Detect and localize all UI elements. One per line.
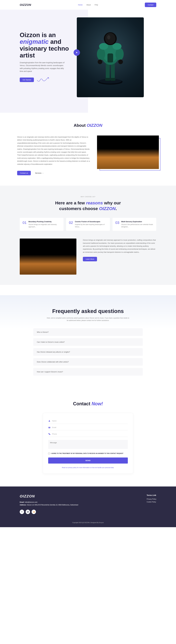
svg-point-21 [28, 512, 28, 512]
nav-links: Home About FAQ [78, 4, 98, 6]
about-image-frame [97, 136, 159, 169]
privacy-policy-link[interactable]: Privacy Policy [146, 498, 156, 500]
hero-description: Drawinginspiration from the awe-inspirin… [20, 61, 65, 73]
reason-body: Oizzon's live performances are celestial… [121, 223, 154, 228]
about-text: Oizzon is an enigmatic and visionary tec… [17, 136, 90, 166]
faq-title: Frequently asked questions [20, 308, 156, 314]
reason-heading: Cosmic Fusion of Soundscapes [75, 221, 107, 222]
svg-point-14 [112, 43, 122, 50]
play-icon [76, 52, 78, 54]
reason-number: 03 [115, 221, 119, 228]
faq-section: Frequently asked questions Here, we've c… [0, 295, 176, 391]
about-image [97, 136, 159, 169]
reasons-section: WHY CHOOSE US? Here are a few reasons wh… [0, 186, 176, 285]
contact-title: Contact Now! [17, 401, 159, 406]
faq-item[interactable]: Does Oizzon collaborate with other artis… [33, 358, 143, 366]
message-textarea[interactable] [48, 440, 128, 449]
top-nav: OIZZON Home About FAQ Contact [20, 0, 156, 10]
email-input[interactable] [52, 426, 128, 428]
user-icon [48, 420, 50, 422]
play-button[interactable] [74, 49, 80, 56]
social-icons: f [20, 510, 78, 514]
contact-form: I AGREE TO THE TREATMENT OF MY PERSONAL … [43, 413, 133, 474]
about-contact-button[interactable]: Contact us [17, 171, 31, 175]
nav-home[interactable]: Home [78, 4, 82, 6]
reason-card[interactable]: 02 Cosmic Fusion of Soundscapes Inspired… [66, 218, 110, 231]
svg-rect-5 [110, 78, 116, 81]
send-button[interactable]: SEND [48, 458, 128, 464]
consent-row[interactable]: I AGREE TO THE TREATMENT OF MY PERSONAL … [48, 452, 128, 454]
arrow-squiggle-icon [36, 76, 51, 83]
reason-body: Inspired by the awe-inspiring landscapes… [75, 223, 107, 228]
faq-item[interactable]: Has Oizzon released any albums or single… [33, 348, 143, 356]
svg-point-12 [118, 60, 123, 64]
phone-icon [48, 433, 50, 435]
footer-logo: OIZZON [20, 494, 78, 498]
reasons-lower-text: Oizzon brings an enigmatic and visionary… [83, 238, 156, 261]
svg-point-9 [97, 48, 105, 60]
svg-point-11 [98, 60, 102, 64]
privacy-note: Read our privacy policy for more informa… [48, 467, 128, 468]
astronaut-illustration [92, 28, 128, 87]
svg-rect-8 [108, 54, 113, 62]
phone-input[interactable] [52, 433, 128, 435]
hero-title: Oizzon is an enigmatic and visionary tec… [20, 32, 72, 59]
soundcloud-icon[interactable] [32, 510, 36, 514]
svg-point-18 [49, 420, 50, 421]
svg-point-10 [116, 48, 124, 60]
footer-links: Terms Link Privacy Policy Cookie Policy [146, 494, 156, 514]
reason-number: 02 [69, 221, 73, 228]
instagram-icon[interactable] [26, 510, 30, 514]
faq-item[interactable]: Who is Oizzon? [33, 328, 143, 336]
cookie-policy-link[interactable]: Cookie Policy [146, 501, 156, 503]
email-icon [48, 426, 50, 429]
footer-copyright: Copyright 2023 @ OIZZON | Designed By En… [20, 519, 156, 523]
services-link[interactable]: Services → [33, 171, 46, 175]
about-title: About OIZZON [17, 123, 159, 128]
hero-section: Oizzon is an enigmatic and visionary tec… [0, 10, 176, 113]
consent-label: I AGREE TO THE TREATMENT OF MY PERSONAL … [51, 453, 123, 454]
reason-number: 01 [22, 221, 26, 228]
facebook-icon[interactable]: f [20, 510, 24, 514]
reason-heading: Multi-Sensory Exploration [121, 221, 154, 222]
consent-checkbox[interactable] [48, 452, 50, 454]
contact-section: Contact Now! I AGREE TO THE TREATMENT OF… [17, 391, 159, 486]
brand-logo: OIZZON [20, 3, 31, 6]
footer-info: Email: hello@oizzon.com Address: Oizzon … [20, 501, 78, 506]
reasons-eyebrow: WHY CHOOSE US? [20, 196, 156, 198]
nav-contact-button[interactable]: Contact [145, 2, 156, 7]
learn-more-button[interactable]: Learn More [83, 257, 97, 261]
footer: OIZZON Email: hello@oizzon.com Address: … [0, 486, 176, 527]
faq-item[interactable]: How can I support Oizzon's music? [33, 368, 143, 376]
name-input[interactable] [52, 420, 128, 422]
svg-point-17 [107, 35, 110, 40]
svg-point-16 [105, 33, 116, 44]
about-section: About OIZZON Oizzon is an enigmatic and … [17, 113, 159, 186]
reason-body: Oizzon brings an enigmatic and visionary… [28, 223, 61, 228]
reason-heading: Boundary-Pushing Creativity [28, 221, 61, 222]
reasons-image [20, 238, 76, 274]
reasons-title: Here are a few reasons why our customers… [20, 200, 156, 211]
get-started-button[interactable]: Get Started [20, 78, 34, 82]
nav-about[interactable]: About [86, 4, 91, 6]
faq-item[interactable]: Can I listen to Oizzon's music online? [33, 338, 143, 346]
faq-subtitle: Here, we've compiled some commonly asked… [46, 317, 130, 322]
hero-image [77, 18, 144, 97]
reason-card[interactable]: 03 Multi-Sensory Exploration Oizzon's li… [112, 218, 156, 231]
svg-rect-4 [105, 78, 110, 81]
footer-links-title: Terms Link [146, 494, 156, 496]
nav-faq[interactable]: FAQ [94, 4, 98, 6]
svg-rect-3 [111, 62, 115, 79]
svg-point-13 [99, 43, 108, 50]
reason-cards: 01 Boundary-Pushing Creativity Oizzon br… [20, 218, 156, 231]
svg-rect-2 [106, 62, 110, 79]
reason-card[interactable]: 01 Boundary-Pushing Creativity Oizzon br… [20, 218, 64, 231]
